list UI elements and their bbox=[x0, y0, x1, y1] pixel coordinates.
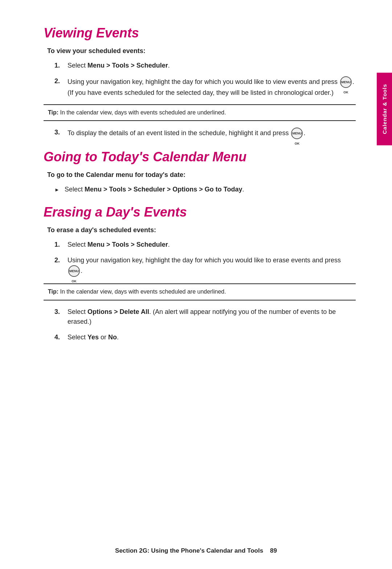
bold-text: Menu > Tools > Scheduler > Options > Go … bbox=[85, 186, 242, 193]
menu-ok-icon: MENUOK bbox=[68, 265, 80, 277]
tip-label: Tip: bbox=[48, 288, 58, 295]
page-footer: Section 2G: Using the Phone's Calendar a… bbox=[0, 547, 392, 554]
arrow-list-today: ► Select Menu > Tools > Scheduler > Opti… bbox=[54, 185, 356, 194]
menu-ok-icon: MENUOK bbox=[340, 76, 352, 88]
section-going-to-today: Going to Today's Calendar Menu To go to … bbox=[44, 149, 356, 194]
section-intro-erasing: To erase a day's scheduled events: bbox=[47, 226, 356, 234]
page-number: 89 bbox=[270, 547, 277, 554]
arrow-item: ► Select Menu > Tools > Scheduler > Opti… bbox=[54, 185, 356, 194]
section-intro-today: To go to the Calendar menu for today's d… bbox=[47, 171, 356, 179]
section-viewing-events: Viewing Events To view your scheduled ev… bbox=[44, 25, 356, 139]
numbered-item: 2. Using your navigation key, highlight … bbox=[54, 255, 356, 277]
item-number: 4. bbox=[54, 332, 68, 342]
item-content: Using your navigation key, highlight the… bbox=[68, 255, 356, 277]
item-number: 1. bbox=[54, 240, 68, 250]
numbered-item: 1. Select Menu > Tools > Scheduler. bbox=[54, 61, 356, 70]
section-title-erasing: Erasing a Day's Events bbox=[44, 205, 356, 220]
section-erasing-events: Erasing a Day's Events To erase a day's … bbox=[44, 205, 356, 342]
numbered-item: 4. Select Yes or No. bbox=[54, 332, 356, 342]
menu-ok-icon: MENUOK bbox=[291, 128, 303, 139]
footer-text: Section 2G: Using the Phone's Calendar a… bbox=[115, 547, 263, 554]
item-content: Select Options > Delete All. (An alert w… bbox=[68, 307, 356, 327]
side-tab-label: Calendar & Tools bbox=[381, 84, 388, 134]
item-content: Using your navigation key, highlight the… bbox=[68, 76, 356, 98]
section-title-viewing: Viewing Events bbox=[44, 25, 356, 41]
side-tab: Calendar & Tools bbox=[377, 73, 392, 145]
arrow-item-content: Select Menu > Tools > Scheduler > Option… bbox=[65, 185, 244, 194]
item-number: 3. bbox=[54, 307, 68, 327]
item-number: 3. bbox=[54, 128, 68, 139]
item-number: 2. bbox=[54, 76, 68, 98]
item-content: To display the details of an event liste… bbox=[68, 128, 356, 139]
tip-box-erasing: Tip: In the calendar view, days with eve… bbox=[44, 283, 356, 300]
item-content: Select Yes or No. bbox=[68, 332, 356, 342]
bold-text: Options > Delete All bbox=[87, 308, 149, 315]
arrow-icon: ► bbox=[54, 186, 65, 194]
item-number: 1. bbox=[54, 61, 68, 70]
tip-label: Tip: bbox=[48, 109, 58, 116]
numbered-list-erasing: 1. Select Menu > Tools > Scheduler. 2. U… bbox=[54, 240, 356, 277]
page-container: Calendar & Tools Viewing Events To view … bbox=[0, 0, 392, 569]
item-content: Select Menu > Tools > Scheduler. bbox=[68, 240, 356, 250]
numbered-list-viewing: 1. Select Menu > Tools > Scheduler. 2. U… bbox=[54, 61, 356, 98]
numbered-list-erasing-continued: 3. Select Options > Delete All. (An aler… bbox=[54, 307, 356, 342]
numbered-item: 3. To display the details of an event li… bbox=[54, 128, 356, 139]
numbered-item: 3. Select Options > Delete All. (An aler… bbox=[54, 307, 356, 327]
item-number: 2. bbox=[54, 255, 68, 277]
bold-text: Menu > Tools > Scheduler bbox=[87, 62, 168, 69]
bold-text: No bbox=[108, 334, 117, 341]
section-title-today: Going to Today's Calendar Menu bbox=[44, 149, 356, 165]
numbered-list-viewing-continued: 3. To display the details of an event li… bbox=[54, 128, 356, 139]
section-intro-viewing: To view your scheduled events: bbox=[47, 47, 356, 55]
item-content: Select Menu > Tools > Scheduler. bbox=[68, 61, 356, 70]
bold-text: Menu > Tools > Scheduler bbox=[87, 241, 168, 248]
numbered-item: 2. Using your navigation key, highlight … bbox=[54, 76, 356, 98]
numbered-item: 1. Select Menu > Tools > Scheduler. bbox=[54, 240, 356, 250]
tip-box-viewing: Tip: In the calendar view, days with eve… bbox=[44, 104, 356, 121]
bold-text: Yes bbox=[87, 334, 99, 341]
